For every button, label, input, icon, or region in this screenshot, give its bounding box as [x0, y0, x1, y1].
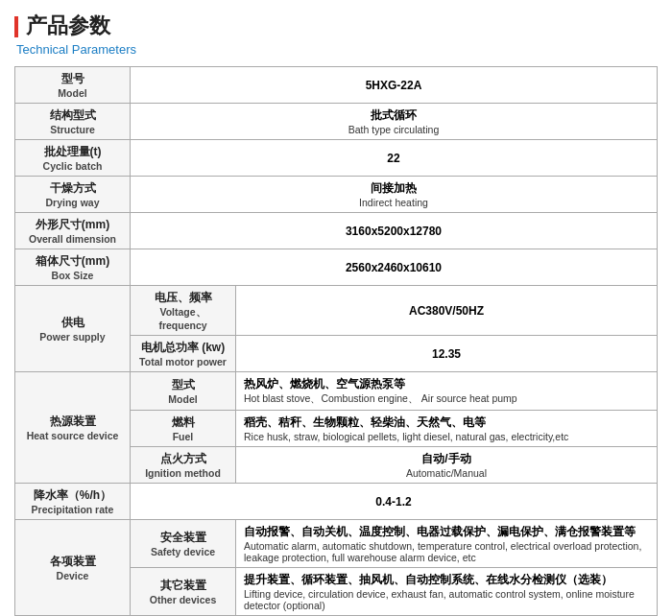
value-motor-power: 12.35 — [236, 336, 658, 372]
value-drying: 间接加热 Indirect heating — [131, 177, 658, 213]
label-heat-source: 热源装置 Heat source device — [15, 372, 131, 484]
table-row-drying: 干燥方式 Drying way 间接加热 Indirect heating — [15, 177, 658, 213]
label-structure: 结构型式 Structure — [15, 104, 131, 140]
label-fuel: 燃料 Fuel — [131, 411, 236, 447]
label-overall-dim: 外形尺寸(mm) Overall dimension — [15, 213, 131, 249]
value-box-size: 2560x2460x10610 — [131, 249, 658, 286]
value-ignition: 自动/手动 Automatic/Manual — [236, 447, 658, 484]
label-model: 型号 Model — [15, 67, 131, 104]
tech-params-table: 型号 Model 5HXG-22A 结构型式 Structure 批式循环 Ba… — [14, 66, 658, 616]
value-structure: 批式循环 Bath type circulating — [131, 104, 658, 140]
label-drying: 干燥方式 Drying way — [15, 177, 131, 213]
label-other-devices: 其它装置 Other devices — [131, 568, 236, 616]
value-batch: 22 — [131, 140, 658, 177]
label-ignition: 点火方式 Ignition method — [131, 447, 236, 484]
value-precipitation: 0.4-1.2 — [131, 484, 658, 520]
table-row-power-voltage: 供电 Power supply 电压、频率 Voltage、frequency … — [15, 286, 658, 336]
label-voltage-freq: 电压、频率 Voltage、frequency — [131, 286, 236, 336]
value-other-devices: 提升装置、循环装置、抽风机、自动控制系统、在线水分检测仪（选装） Lifting… — [236, 568, 658, 616]
label-device: 各项装置 Device — [15, 520, 131, 616]
table-row-model: 型号 Model 5HXG-22A — [15, 67, 658, 104]
label-precipitation: 降水率（%/h） Precipitation rate — [15, 484, 131, 520]
label-motor-power: 电机总功率 (kw) Total motor power — [131, 336, 236, 372]
label-box-size: 箱体尺寸(mm) Box Size — [15, 249, 131, 286]
table-row-safety-device: 各项装置 Device 安全装置 Safety device 自动报警、自动关机… — [15, 520, 658, 568]
value-overall-dim: 3160x5200x12780 — [131, 213, 658, 249]
table-row-precipitation: 降水率（%/h） Precipitation rate 0.4-1.2 — [15, 484, 658, 520]
label-safety: 安全装置 Safety device — [131, 520, 236, 568]
table-row-structure: 结构型式 Structure 批式循环 Bath type circulatin… — [15, 104, 658, 140]
page-title-cn: 产品参数 — [14, 12, 658, 40]
page-title-en: Technical Parameters — [16, 42, 658, 57]
value-heat-model: 热风炉、燃烧机、空气源热泵等 Hot blast stove、Combustio… — [236, 372, 658, 411]
value-fuel: 稻壳、秸秆、生物颗粒、轻柴油、天然气、电等 Rice husk, straw, … — [236, 411, 658, 447]
value-model: 5HXG-22A — [131, 67, 658, 104]
label-heat-model: 型式 Model — [131, 372, 236, 411]
value-safety: 自动报警、自动关机、温度控制、电器过载保护、漏电保护、满仓报警装置等 Autom… — [236, 520, 658, 568]
label-batch: 批处理量(t) Cyclic batch — [15, 140, 131, 177]
table-row-overall-dim: 外形尺寸(mm) Overall dimension 3160x5200x127… — [15, 213, 658, 249]
table-row-batch: 批处理量(t) Cyclic batch 22 — [15, 140, 658, 177]
value-voltage: AC380V/50HZ — [236, 286, 658, 336]
table-row-box-size: 箱体尺寸(mm) Box Size 2560x2460x10610 — [15, 249, 658, 286]
label-power-supply: 供电 Power supply — [15, 286, 131, 372]
table-row-heat-model: 热源装置 Heat source device 型式 Model 热风炉、燃烧机… — [15, 372, 658, 411]
